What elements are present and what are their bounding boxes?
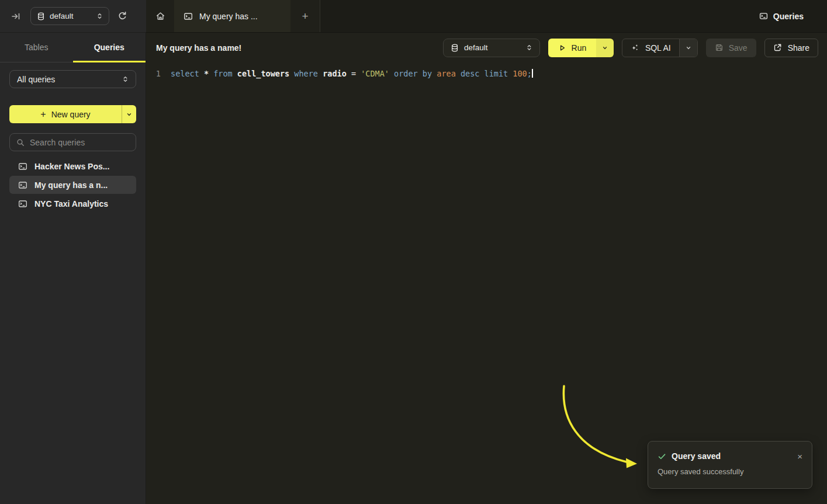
line-number: 1 (154, 68, 161, 79)
close-icon[interactable]: × (797, 452, 802, 461)
toast-message: Query saved successfully (658, 467, 802, 476)
search-queries-box (9, 133, 136, 151)
editor-toolbar: default Run (443, 39, 818, 57)
chevron-updown-icon (96, 13, 103, 19)
query-title: My query has a name! (156, 43, 241, 53)
chevron-down-icon (126, 112, 132, 117)
database-icon (451, 44, 459, 52)
run-button[interactable]: Run (548, 39, 596, 57)
new-query-dropdown[interactable] (122, 105, 136, 123)
query-filter-select[interactable]: All queries (9, 70, 136, 88)
home-icon (155, 11, 165, 21)
toast-header: Query saved × (658, 451, 802, 461)
share-icon (773, 43, 782, 52)
editor-database-value: default (464, 43, 488, 52)
tab-tables-label: Tables (25, 43, 48, 52)
queries-indicator-label: Queries (773, 12, 804, 21)
tab-strip: My query has ... + Queries (146, 0, 827, 33)
plus-icon: + (40, 109, 46, 120)
editor-pane: My query has a name! default (146, 33, 827, 504)
sql-ai-button[interactable]: SQL AI (622, 39, 679, 57)
query-item-label: Hacker News Pos... (34, 162, 109, 171)
tab-label: My query has ... (199, 12, 258, 21)
tab-queries[interactable]: Queries (73, 33, 146, 62)
home-tab[interactable] (146, 0, 174, 32)
query-filter-value: All queries (17, 75, 55, 84)
query-list-item[interactable]: Hacker News Pos... (9, 157, 136, 175)
code-line-1: 1 select * from cell_towers where radio … (146, 68, 827, 79)
chevron-updown-icon (526, 44, 532, 51)
chevron-down-icon (686, 45, 691, 51)
sql-code-line[interactable]: select * from cell_towers where radio = … (171, 68, 533, 79)
plus-icon: + (302, 10, 308, 23)
queries-indicator[interactable]: Queries (759, 0, 804, 32)
refresh-icon[interactable] (117, 11, 127, 21)
query-terminal-icon (18, 199, 27, 208)
new-tab-button[interactable]: + (290, 0, 320, 32)
query-list: Hacker News Pos... My query has a n... N… (9, 157, 136, 213)
query-item-label: NYC Taxi Analytics (34, 199, 108, 208)
text-cursor (532, 69, 533, 78)
topbar-spacer (320, 0, 759, 32)
share-label: Share (788, 43, 809, 53)
sidebar: Tables Queries All queries + New query (0, 33, 146, 504)
sql-ai-label: SQL AI (645, 43, 671, 53)
topbar-connection-section: default (0, 0, 146, 33)
query-item-label: My query has a n... (34, 180, 108, 190)
toast-query-saved: Query saved × Query saved successfully (648, 441, 812, 489)
database-icon (37, 12, 45, 20)
save-icon (715, 43, 724, 52)
sidebar-body: All queries + New query (0, 62, 146, 213)
new-query-label: New query (51, 110, 91, 119)
connection-database-select[interactable]: default (30, 7, 109, 25)
query-terminal-icon (18, 180, 27, 190)
chevron-updown-icon (122, 76, 129, 82)
queries-terminal-icon (759, 12, 768, 20)
run-label: Run (572, 43, 587, 53)
play-icon (558, 44, 566, 52)
sql-editor[interactable]: 1 select * from cell_towers where radio … (146, 68, 827, 79)
sql-ai-dropdown[interactable] (679, 39, 697, 57)
save-label: Save (729, 43, 748, 53)
new-query-button[interactable]: + New query (9, 105, 136, 123)
run-button-group: Run (548, 39, 614, 57)
search-icon (16, 138, 25, 147)
tab-tables[interactable]: Tables (0, 33, 73, 62)
save-button[interactable]: Save (706, 39, 756, 57)
toast-title: Query saved (672, 451, 721, 461)
sidebar-tabs: Tables Queries (0, 33, 146, 62)
editor-database-select[interactable]: default (443, 39, 540, 57)
editor-header: My query has a name! default (146, 33, 827, 62)
run-options-dropdown[interactable] (596, 39, 614, 57)
search-queries-input[interactable] (30, 138, 136, 147)
query-terminal-icon (184, 12, 193, 21)
query-terminal-icon (18, 162, 27, 171)
tab-my-query[interactable]: My query has ... (174, 0, 290, 32)
new-query-main[interactable]: + New query (9, 105, 122, 123)
chevron-down-icon (602, 45, 608, 51)
query-list-item-selected[interactable]: My query has a n... (9, 176, 136, 194)
share-button[interactable]: Share (764, 39, 818, 57)
collapse-sidebar-icon[interactable] (11, 12, 20, 21)
tab-queries-label: Queries (94, 43, 124, 52)
sql-ai-button-group: SQL AI (622, 39, 698, 57)
query-list-item[interactable]: NYC Taxi Analytics (9, 194, 136, 213)
connection-database-value: default (50, 12, 74, 20)
check-icon (658, 452, 666, 461)
sparkles-icon (631, 43, 639, 52)
